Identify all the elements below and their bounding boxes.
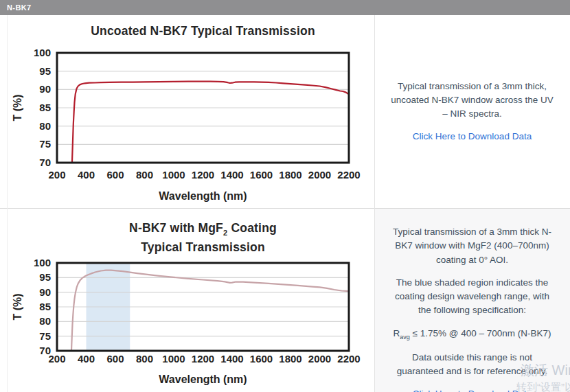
uncoated-download-data-link[interactable]: Click Here to Download Data xyxy=(413,130,532,143)
svg-text:400: 400 xyxy=(78,169,95,181)
uncoated-description-panel: Typical transmission of a 3mm thick, unc… xyxy=(374,15,570,208)
svg-text:1200: 1200 xyxy=(192,353,214,365)
svg-text:2200: 2200 xyxy=(337,169,360,181)
svg-text:400: 400 xyxy=(78,353,95,365)
page: N-BK7 Uncoated N-BK7 Typical Transmissio… xyxy=(0,0,570,392)
uncoated-chart-panel: Uncoated N-BK7 Typical Transmission 7075… xyxy=(0,15,374,208)
watermark-line2: 转到“设置”以激活 Windows。 xyxy=(516,381,570,392)
svg-text:75: 75 xyxy=(39,330,51,342)
page-title: N-BK7 xyxy=(7,3,32,12)
svg-text:1400: 1400 xyxy=(220,169,243,181)
svg-text:1800: 1800 xyxy=(279,353,301,365)
svg-text:80: 80 xyxy=(39,120,51,132)
svg-text:85: 85 xyxy=(39,301,51,312)
svg-text:600: 600 xyxy=(106,169,124,181)
svg-text:1800: 1800 xyxy=(279,169,301,181)
svg-text:T (%): T (%) xyxy=(12,94,23,121)
svg-text:95: 95 xyxy=(39,271,51,283)
left-edge-border xyxy=(7,15,8,392)
coated-chart-svg: 7075808590951002004006008001000120014001… xyxy=(0,209,374,392)
coated-description-text-1: Typical transmission of a 3mm thick N-BK… xyxy=(389,225,555,267)
uncoated-section: Uncoated N-BK7 Typical Transmission 7075… xyxy=(0,15,570,208)
uncoated-chart-svg: 7075808590951002004006008001000120014001… xyxy=(0,15,374,208)
svg-text:T (%): T (%) xyxy=(12,293,23,320)
svg-text:Wavelength (nm): Wavelength (nm) xyxy=(159,373,247,385)
svg-text:800: 800 xyxy=(136,169,153,181)
svg-text:2000: 2000 xyxy=(308,169,331,181)
svg-text:200: 200 xyxy=(48,169,65,181)
svg-text:95: 95 xyxy=(39,65,51,77)
svg-text:75: 75 xyxy=(39,138,51,150)
svg-text:600: 600 xyxy=(106,353,124,365)
svg-text:90: 90 xyxy=(39,286,51,298)
svg-text:1400: 1400 xyxy=(220,353,243,365)
svg-text:1200: 1200 xyxy=(192,169,214,181)
svg-text:90: 90 xyxy=(39,83,51,95)
coated-download-data-link[interactable]: Click Here to Download Data xyxy=(413,387,532,392)
vertical-divider xyxy=(374,15,375,392)
svg-text:100: 100 xyxy=(34,257,51,268)
svg-text:80: 80 xyxy=(39,315,51,327)
horizontal-divider xyxy=(0,208,570,209)
coated-section: N-BK7 with MgF2 Coating Typical Transmis… xyxy=(0,209,570,392)
svg-text:100: 100 xyxy=(34,47,51,58)
svg-text:2200: 2200 xyxy=(337,353,360,365)
coated-description-text-2: The blue shaded region indicates the coa… xyxy=(389,276,555,318)
windows-activation-watermark: 激活 Windows 转到“设置”以激活 Windows。 xyxy=(516,361,570,392)
coated-chart-panel: N-BK7 with MgF2 Coating Typical Transmis… xyxy=(0,209,374,392)
svg-text:1600: 1600 xyxy=(250,353,273,365)
watermark-line1: 激活 Windows xyxy=(521,361,570,380)
coating-spec-text: Ravg ≤ 1.75% @ 400 – 700nm (N-BK7) xyxy=(394,327,551,342)
svg-text:1600: 1600 xyxy=(250,169,273,181)
svg-text:200: 200 xyxy=(48,353,65,365)
header-bar: N-BK7 xyxy=(0,0,570,15)
svg-text:85: 85 xyxy=(39,102,51,113)
svg-text:800: 800 xyxy=(136,353,153,365)
uncoated-description-text: Typical transmission of a 3mm thick, unc… xyxy=(389,80,555,122)
svg-text:1000: 1000 xyxy=(162,353,185,365)
svg-text:1000: 1000 xyxy=(162,169,185,181)
svg-text:2000: 2000 xyxy=(308,353,331,365)
svg-text:Wavelength (nm): Wavelength (nm) xyxy=(159,190,247,202)
svg-text:70: 70 xyxy=(39,157,51,168)
